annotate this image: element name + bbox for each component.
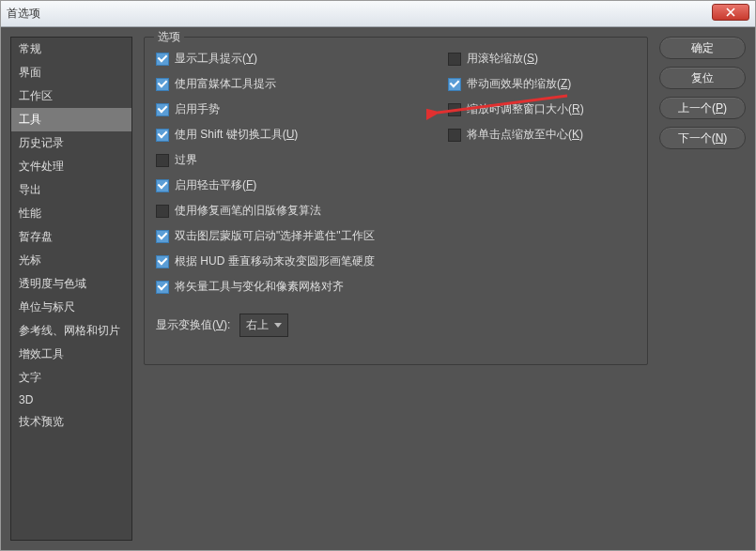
checkbox-row: 用滚轮缩放(S) <box>448 51 636 67</box>
sidebar-item[interactable]: 文字 <box>11 366 131 390</box>
body: 常规界面工作区工具历史记录文件处理导出性能暂存盘光标透明度与色域单位与标尺参考线… <box>1 27 755 550</box>
transform-display-value: 右上 <box>246 317 269 333</box>
sidebar-item[interactable]: 导出 <box>11 178 131 202</box>
options-col-right: 用滚轮缩放(S)带动画效果的缩放(Z)缩放时调整窗口大小(R)将单击点缩放至中心… <box>448 51 636 295</box>
transform-label: 显示变换值(V): <box>156 317 230 333</box>
sidebar-item[interactable]: 参考线、网格和切片 <box>11 319 131 343</box>
checkbox-row: 使用 Shift 键切换工具(U) <box>156 127 420 143</box>
checkbox-row: 使用修复画笔的旧版修复算法 <box>156 203 420 219</box>
sidebar-item[interactable]: 常规 <box>11 38 131 61</box>
checkbox-label: 将单击点缩放至中心(K) <box>467 127 583 143</box>
checkbox[interactable] <box>156 230 169 243</box>
checkbox[interactable] <box>448 53 461 66</box>
titlebar: 首选项 <box>1 1 755 27</box>
close-icon <box>726 8 735 17</box>
checkbox-label: 过界 <box>175 152 197 168</box>
checkbox-label: 启用轻击平移(F) <box>175 177 256 193</box>
checkbox-row: 启用轻击平移(F) <box>156 177 420 193</box>
checkbox-label: 启用手势 <box>175 101 220 117</box>
sidebar-item[interactable]: 工作区 <box>11 84 131 108</box>
close-button[interactable] <box>712 4 749 21</box>
window-title: 首选项 <box>7 6 40 22</box>
preferences-window: 首选项 常规界面工作区工具历史记录文件处理导出性能暂存盘光标透明度与色域单位与标… <box>0 0 756 551</box>
checkbox[interactable] <box>156 53 169 66</box>
checkbox[interactable] <box>156 281 169 294</box>
sidebar-item[interactable]: 透明度与色域 <box>11 272 131 296</box>
checkbox-row: 过界 <box>156 152 420 168</box>
sidebar-item[interactable]: 光标 <box>11 249 131 272</box>
checkbox-label: 显示工具提示(Y) <box>175 51 257 67</box>
sidebar-item[interactable]: 文件处理 <box>11 155 131 178</box>
transform-display-row: 显示变换值(V): 右上 <box>156 314 636 337</box>
transform-display-select[interactable]: 右上 <box>239 314 288 337</box>
checkbox[interactable] <box>156 255 169 268</box>
checkbox-label: 双击图层蒙版可启动"选择并遮住"工作区 <box>175 228 375 244</box>
checkbox-row: 缩放时调整窗口大小(R) <box>448 101 636 117</box>
options-fieldset: 选项 显示工具提示(Y)使用富媒体工具提示启用手势使用 Shift 键切换工具(… <box>144 37 648 365</box>
sidebar-item[interactable]: 暂存盘 <box>11 225 131 249</box>
checkbox[interactable] <box>448 78 461 91</box>
checkbox-row: 将矢量工具与变化和像素网格对齐 <box>156 279 420 295</box>
checkbox[interactable] <box>156 78 169 91</box>
checkbox-row: 显示工具提示(Y) <box>156 51 420 67</box>
checkbox-row: 双击图层蒙版可启动"选择并遮住"工作区 <box>156 228 420 244</box>
options-col-left: 显示工具提示(Y)使用富媒体工具提示启用手势使用 Shift 键切换工具(U)过… <box>156 51 420 295</box>
sidebar-item[interactable]: 3D <box>11 390 131 410</box>
checkbox-label: 用滚轮缩放(S) <box>467 51 538 67</box>
checkbox[interactable] <box>156 154 169 167</box>
ok-button[interactable]: 确定 <box>659 37 746 59</box>
checkbox-label: 使用 Shift 键切换工具(U) <box>175 127 298 143</box>
sidebar-item[interactable]: 性能 <box>11 202 131 225</box>
checkbox[interactable] <box>156 179 169 192</box>
checkbox-row: 根据 HUD 垂直移动来改变圆形画笔硬度 <box>156 253 420 269</box>
checkbox-label: 将矢量工具与变化和像素网格对齐 <box>175 279 344 295</box>
checkbox-label: 使用修复画笔的旧版修复算法 <box>175 203 321 219</box>
sidebar-item[interactable]: 历史记录 <box>11 131 131 155</box>
chevron-down-icon <box>274 323 282 328</box>
sidebar: 常规界面工作区工具历史记录文件处理导出性能暂存盘光标透明度与色域单位与标尺参考线… <box>10 37 132 541</box>
sidebar-item[interactable]: 技术预览 <box>11 410 131 434</box>
checkbox-row: 启用手势 <box>156 101 420 117</box>
prev-button[interactable]: 上一个(P) <box>659 97 746 119</box>
checkbox-label: 缩放时调整窗口大小(R) <box>467 101 584 117</box>
checkbox[interactable] <box>156 103 169 116</box>
sidebar-item[interactable]: 单位与标尺 <box>11 296 131 319</box>
reset-button[interactable]: 复位 <box>659 67 746 89</box>
checkbox[interactable] <box>448 103 461 116</box>
sidebar-item[interactable]: 工具 <box>11 108 131 131</box>
checkbox-row: 将单击点缩放至中心(K) <box>448 127 636 143</box>
checkbox-row: 带动画效果的缩放(Z) <box>448 76 636 92</box>
checkbox-label: 使用富媒体工具提示 <box>175 76 276 92</box>
checkbox-row: 使用富媒体工具提示 <box>156 76 420 92</box>
checkbox[interactable] <box>156 205 169 218</box>
next-button[interactable]: 下一个(N) <box>659 127 746 149</box>
checkbox[interactable] <box>448 129 461 142</box>
checkbox-label: 带动画效果的缩放(Z) <box>467 76 571 92</box>
right-button-panel: 确定 复位 上一个(P) 下一个(N) <box>659 37 746 541</box>
checkbox[interactable] <box>156 129 169 142</box>
checkbox-label: 根据 HUD 垂直移动来改变圆形画笔硬度 <box>175 253 375 269</box>
options-legend: 选项 <box>154 29 184 45</box>
sidebar-item[interactable]: 界面 <box>11 61 131 84</box>
sidebar-item[interactable]: 增效工具 <box>11 343 131 366</box>
main-panel: 选项 显示工具提示(Y)使用富媒体工具提示启用手势使用 Shift 键切换工具(… <box>144 37 648 541</box>
options-columns: 显示工具提示(Y)使用富媒体工具提示启用手势使用 Shift 键切换工具(U)过… <box>156 51 636 295</box>
